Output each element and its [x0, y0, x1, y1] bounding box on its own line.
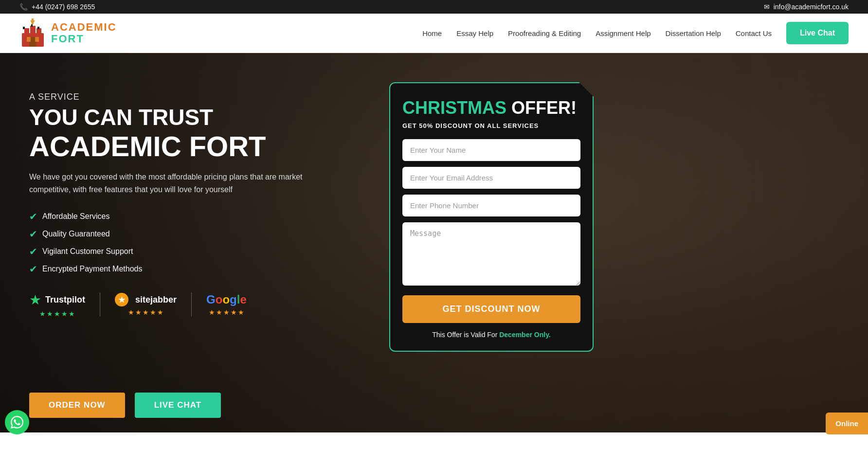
- sj-star-5: ★: [157, 308, 163, 316]
- check-icon-4: ✔: [29, 263, 37, 275]
- nav-assignment-help[interactable]: Assignment Help: [596, 29, 651, 37]
- validity-month: December Only.: [499, 331, 551, 339]
- offer-card: CHRISTMAS OFFER! GET 50% DISCOUNT ON ALL…: [389, 82, 594, 352]
- tp-star-2: ★: [47, 310, 53, 318]
- sj-star-4: ★: [150, 308, 156, 316]
- validity-text: This Offer is Valid For: [432, 331, 497, 339]
- google-o2: o: [222, 293, 230, 306]
- feature-label-2: Quality Guaranteed: [42, 230, 110, 238]
- email-address: info@academicfort.co.uk: [774, 3, 849, 11]
- g-star-1: ★: [209, 308, 215, 316]
- trustpilot-name: Trustpilot: [45, 295, 85, 305]
- logo-text: Academic Fort: [51, 21, 117, 45]
- trustpilot-star-icon: ★: [29, 292, 41, 308]
- trustpilot-row: ★ Trustpilot: [29, 292, 85, 308]
- top-bar: 📞 +44 (0247) 698 2655 ✉ info@academicfor…: [0, 0, 868, 14]
- g-star-5: ★: [238, 308, 244, 316]
- online-label: Online: [835, 419, 858, 428]
- google-badge: Google ★ ★ ★ ★ ★: [206, 293, 247, 316]
- feature-label-3: Vigilant Customer Support: [42, 247, 133, 256]
- live-chat-hero-button[interactable]: LIVE CHAT: [135, 393, 221, 418]
- name-input[interactable]: [402, 139, 580, 161]
- svg-rect-8: [27, 37, 31, 42]
- header-live-chat-button[interactable]: Live Chat: [786, 22, 849, 44]
- features-list: ✔ Affordable Services ✔ Quality Guarante…: [29, 211, 370, 275]
- google-g2: g: [230, 293, 237, 306]
- hero-content: A SERVICE YOU CAN TRUST ACADEMIC FORT We…: [0, 53, 868, 371]
- feature-4: ✔ Encrypted Payment Methods: [29, 263, 370, 275]
- feature-label-1: Affordable Services: [42, 212, 109, 221]
- nav-essay-help[interactable]: Essay Help: [456, 29, 493, 37]
- g-star-2: ★: [216, 308, 222, 316]
- nav-home[interactable]: Home: [422, 29, 442, 37]
- google-g: G: [206, 293, 216, 306]
- whatsapp-icon: [11, 416, 23, 429]
- hero-headline2: ACADEMIC FORT: [29, 132, 370, 162]
- hero-headline1: YOU CAN TRUST: [29, 105, 370, 130]
- sitejabber-row: ★ sitejabber: [115, 293, 177, 306]
- sj-star-1: ★: [128, 308, 134, 316]
- trustpilot-badge: ★ Trustpilot ★ ★ ★ ★ ★: [29, 292, 85, 318]
- nav-proofreading[interactable]: Proofreading & Editing: [508, 29, 581, 37]
- nav-dissertation-help[interactable]: Dissertation Help: [666, 29, 721, 37]
- feature-1: ✔ Affordable Services: [29, 211, 370, 222]
- svg-rect-5: [37, 27, 39, 29]
- tp-star-4: ★: [61, 310, 68, 318]
- a-service-label: A SERVICE: [29, 92, 370, 102]
- logo[interactable]: Academic Fort: [19, 18, 117, 48]
- email-input[interactable]: [402, 167, 580, 189]
- offer-validity: This Offer is Valid For December Only.: [402, 331, 580, 339]
- divider-2: [191, 292, 192, 317]
- svg-rect-11: [32, 18, 34, 24]
- tp-star-1: ★: [39, 310, 46, 318]
- bottom-buttons: ORDER NOW LIVE CHAT: [29, 393, 221, 418]
- sitejabber-badge: ★ sitejabber ★ ★ ★ ★ ★: [115, 293, 177, 316]
- google-o1: o: [216, 293, 223, 306]
- svg-rect-6: [31, 24, 33, 27]
- sj-star-3: ★: [143, 308, 149, 316]
- feature-3: ✔ Vigilant Customer Support: [29, 246, 370, 257]
- sitejabber-icon: ★: [115, 293, 128, 306]
- g-star-4: ★: [231, 308, 237, 316]
- logo-academic: Academic: [51, 21, 117, 33]
- divider-1: [100, 292, 100, 317]
- sj-star-2: ★: [135, 308, 142, 316]
- hero-section: A SERVICE YOU CAN TRUST ACADEMIC FORT We…: [0, 53, 868, 432]
- sitejabber-name: sitejabber: [135, 295, 177, 305]
- phone-icon: 📞: [19, 3, 28, 11]
- svg-rect-3: [30, 26, 36, 34]
- email-icon: ✉: [764, 3, 770, 11]
- offer-offer: OFFER!: [511, 98, 577, 118]
- svg-rect-4: [23, 27, 25, 29]
- phone-input[interactable]: [402, 195, 580, 216]
- sitejabber-stars: ★ ★ ★ ★ ★: [128, 308, 163, 316]
- feature-label-4: Encrypted Payment Methods: [42, 265, 142, 273]
- g-star-3: ★: [223, 308, 230, 316]
- check-icon-3: ✔: [29, 246, 37, 257]
- svg-rect-1: [24, 28, 29, 34]
- svg-rect-9: [35, 37, 39, 42]
- trust-badges: ★ Trustpilot ★ ★ ★ ★ ★ ★: [29, 292, 370, 318]
- check-icon-2: ✔: [29, 228, 37, 240]
- hero-left: A SERVICE YOU CAN TRUST ACADEMIC FORT We…: [29, 82, 370, 352]
- google-stars: ★ ★ ★ ★ ★: [209, 308, 244, 316]
- tp-star-3: ★: [54, 310, 60, 318]
- order-now-button[interactable]: ORDER NOW: [29, 393, 125, 418]
- online-badge: Online: [826, 413, 868, 432]
- get-discount-button[interactable]: GET DISCOUNT NOW: [402, 295, 580, 323]
- message-input[interactable]: [402, 222, 580, 286]
- whatsapp-button[interactable]: [5, 410, 29, 432]
- feature-2: ✔ Quality Guaranteed: [29, 228, 370, 240]
- main-nav: Home Essay Help Proofreading & Editing A…: [422, 22, 849, 44]
- google-e: e: [240, 293, 246, 306]
- google-row: Google: [206, 293, 247, 306]
- logo-fort: Fort: [51, 33, 117, 45]
- hero-tagline: We have got you covered with the most af…: [29, 171, 321, 196]
- nav-contact-us[interactable]: Contact Us: [736, 29, 772, 37]
- trustpilot-stars: ★ ★ ★ ★ ★: [39, 310, 75, 318]
- offer-subtitle: GET 50% DISCOUNT ON ALL SERVICES: [402, 122, 580, 129]
- header: Academic Fort Home Essay Help Proofreadi…: [0, 14, 868, 53]
- logo-icon: [19, 18, 46, 48]
- check-icon-1: ✔: [29, 211, 37, 222]
- google-name: Google: [206, 293, 247, 306]
